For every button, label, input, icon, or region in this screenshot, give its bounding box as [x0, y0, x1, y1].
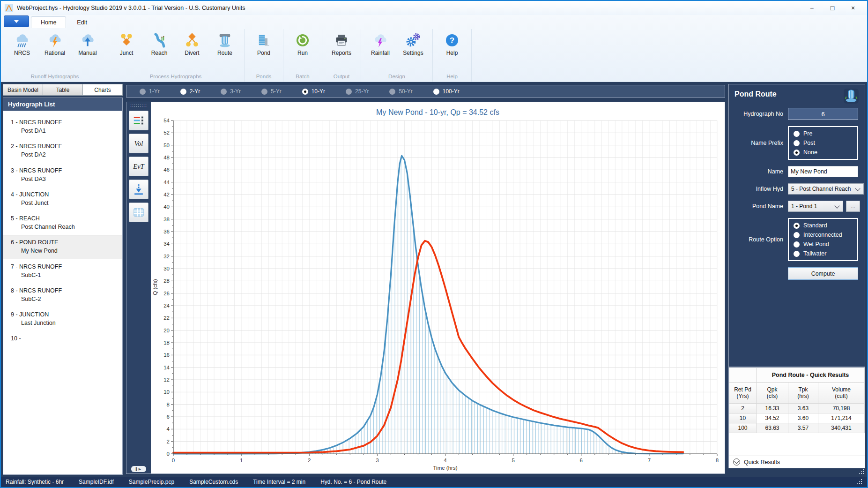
name-prefix-none[interactable]: None — [794, 149, 853, 156]
compute-button[interactable]: Compute — [788, 267, 858, 280]
ribbon-button-label: Manual — [78, 50, 96, 56]
pond-browse-button[interactable]: ... — [846, 201, 860, 212]
list-item-hydrograph-9[interactable]: 9 - JUNCTIONLast Junction — [3, 307, 122, 331]
ribbon-groups: NRCSRationalManualRunoff HydrographsJunc… — [1, 28, 867, 82]
pond-button[interactable]: Pond — [248, 29, 279, 57]
ribbon-tab-home[interactable]: Home — [31, 16, 66, 28]
svg-text:10: 10 — [163, 389, 170, 395]
radio-icon — [794, 131, 800, 137]
drag-handle-icon[interactable]: ·················· — [130, 104, 147, 107]
return-period-3-yr: 3-Yr — [221, 88, 241, 95]
run-button[interactable]: Run — [287, 29, 318, 57]
tab-table[interactable]: Table — [43, 84, 83, 96]
table-row[interactable]: 1034.523.60171,214 — [729, 413, 865, 423]
chevron-down-icon — [855, 186, 860, 191]
ribbon: HomeEdit NRCSRationalManualRunoff Hydrog… — [1, 15, 867, 82]
ribbon-button-label: Help — [446, 50, 458, 56]
status-item: SamplePrecip.pcp — [129, 479, 174, 485]
list-item-hydrograph-1[interactable]: 1 - NRCS RUNOFFPost DA1 — [3, 115, 122, 139]
ribbon-group-label: Output — [326, 73, 357, 82]
tab-basin-model[interactable]: Basin Model — [3, 84, 43, 96]
return-period-2-yr[interactable]: 2-Yr — [180, 88, 200, 95]
route-option-standard[interactable]: Standard — [794, 222, 853, 229]
settings-button[interactable]: Settings — [398, 29, 429, 57]
table-row[interactable]: 216.333.6370,198 — [729, 404, 865, 413]
return-period-10-yr[interactable]: 10-Yr — [302, 88, 325, 95]
list-item-hydrograph-5[interactable]: 5 - REACHPost Channel Reach — [3, 211, 122, 235]
column-header-qpk: Qpk (cfs) — [757, 383, 788, 404]
quick-results-collapse-bar[interactable]: Quick Results — [729, 456, 865, 468]
reach-button[interactable]: Reach — [144, 29, 175, 57]
radio-label: Interconnected — [803, 232, 842, 238]
manual-button[interactable]: Manual — [72, 29, 103, 57]
export-chart-button[interactable] — [129, 180, 148, 199]
return-period-label: 2-Yr — [190, 88, 200, 95]
ribbon-tabs: HomeEdit — [31, 16, 97, 28]
rational-button[interactable]: Rational — [39, 29, 70, 57]
name-prefix-pre[interactable]: Pre — [794, 130, 853, 137]
column-header-tpk: Tpk (hrs) — [788, 383, 818, 404]
rainfall-button[interactable]: Rainfall — [365, 29, 396, 57]
hydrograph-number-type: 3 - NRCS RUNOFF — [11, 166, 119, 175]
app-menu-button[interactable] — [4, 15, 29, 27]
divert-button[interactable]: Divert — [177, 29, 208, 57]
hydrograph-no-value: 6 — [788, 108, 858, 120]
radio-icon — [794, 251, 800, 257]
minimize-button[interactable]: − — [801, 1, 822, 15]
quick-results-corner-cell — [729, 368, 757, 383]
close-button[interactable]: × — [843, 1, 863, 15]
ribbon-group-label: Process Hydrographs — [111, 73, 240, 82]
hydrograph-number-type: 5 - REACH — [11, 214, 119, 223]
evt-button[interactable]: EvT — [129, 157, 148, 176]
list-item-hydrograph-8[interactable]: 8 - NRCS RUNOFFSubC-2 — [3, 283, 122, 307]
status-item: SampleIDF.idf — [79, 479, 114, 485]
resize-grip-icon[interactable] — [859, 469, 864, 475]
cloud-arrow-icon — [80, 32, 96, 48]
route-option-interconnected[interactable]: Interconnected — [794, 232, 853, 238]
name-prefix-post[interactable]: Post — [794, 140, 853, 146]
name-prefix-group: PrePostNone — [788, 126, 858, 160]
svg-text:52: 52 — [163, 130, 170, 135]
list-item-hydrograph-2[interactable]: 2 - NRCS RUNOFFPost DA2 — [3, 139, 122, 163]
reports-button[interactable]: Reports — [326, 29, 357, 57]
ribbon-group-output: ReportsOutput — [322, 29, 361, 82]
name-input[interactable] — [788, 166, 858, 177]
cell: 2 — [729, 404, 757, 413]
pond-name-dropdown[interactable]: 1 - Pond 1 — [788, 201, 843, 212]
table-row[interactable]: 10063.633.57340,431 — [729, 423, 865, 433]
table-view-button[interactable] — [129, 203, 148, 222]
list-item-hydrograph-6[interactable]: 6 - POND ROUTEMy New Pond — [3, 235, 122, 259]
hydrograph-list: 1 - NRCS RUNOFFPost DA12 - NRCS RUNOFFPo… — [3, 111, 123, 475]
legend-button[interactable] — [129, 111, 148, 130]
nrcs-button[interactable]: NRCS — [7, 29, 37, 57]
junct-button[interactable]: Junct — [111, 29, 142, 57]
toolbar-collapse-handle[interactable]: ▌▶ — [131, 466, 146, 472]
svg-text:0: 0 — [172, 458, 175, 463]
list-item-hydrograph-3[interactable]: 3 - NRCS RUNOFFPost DA3 — [3, 163, 122, 187]
list-item-hydrograph-7[interactable]: 7 - NRCS RUNOFFSubC-1 — [3, 259, 122, 283]
return-period-100-yr[interactable]: 100-Yr — [433, 88, 460, 95]
list-item-hydrograph-4[interactable]: 4 - JUNCTIONPost Junct — [3, 187, 122, 211]
cell: 70,198 — [818, 404, 865, 413]
resize-grip-icon[interactable] — [857, 479, 862, 485]
inflow-hyd-dropdown[interactable]: 5 - Post Channel Reach — [788, 183, 864, 195]
route-button[interactable]: Route — [209, 29, 240, 57]
hydrograph-number-type: 8 - NRCS RUNOFF — [11, 286, 119, 295]
maximize-button[interactable]: □ — [822, 1, 843, 15]
help-button[interactable]: ?Help — [437, 29, 467, 57]
hydrograph-name: SubC-2 — [11, 295, 119, 303]
column-header-ret-pd: Ret Pd (Yrs) — [729, 383, 757, 404]
volume-button[interactable]: Vol — [129, 134, 148, 153]
ribbon-button-label: Divert — [185, 50, 199, 56]
ribbon-group-help: ?HelpHelp — [433, 29, 472, 82]
route-option-wet-pond[interactable]: Wet Pond — [794, 241, 853, 248]
ribbon-tab-edit[interactable]: Edit — [67, 16, 97, 28]
route-option-tailwater[interactable]: Tailwater — [794, 250, 853, 257]
list-item-hydrograph-10[interactable]: 10 - — [3, 331, 122, 346]
hydrograph-number-type: 6 - POND ROUTE — [11, 238, 119, 247]
chart-toolbar: ·················· VolEvT ▌▶ — [126, 102, 151, 473]
ribbon-group-label: Ponds — [248, 73, 279, 82]
ribbon-button-label: Rational — [45, 50, 65, 56]
tab-charts[interactable]: Charts — [83, 84, 123, 96]
cell: 3.63 — [788, 404, 818, 413]
